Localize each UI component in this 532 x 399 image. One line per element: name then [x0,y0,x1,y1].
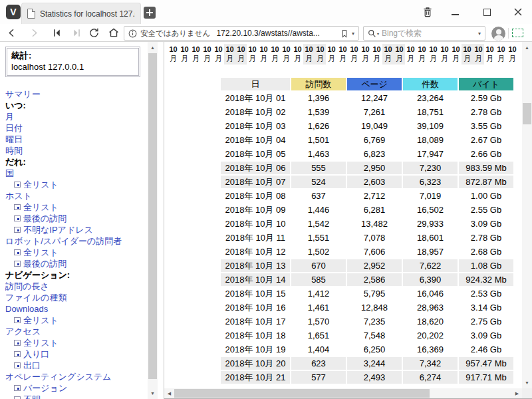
home-button[interactable] [106,26,121,39]
column-header: ページ [347,78,402,90]
profile-avatar[interactable] [491,27,505,41]
sidebar-item-label: 全リスト [23,179,59,191]
scroll-left-icon[interactable]: ◀ [164,388,174,398]
hits-cell: 18,620 [403,315,458,328]
scroll-right-icon[interactable]: ▶ [512,388,522,398]
day-axis-label: 10月 [292,44,303,65]
day-axis-label: 10月 [258,44,269,65]
table-row: 2018年 10月 191,4046,25016,3692.46 Gb [221,343,513,356]
hits-cell: 23,264 [403,92,458,104]
forward-button[interactable] [27,26,41,39]
hits-cell: 18,751 [403,106,458,118]
day-axis-label: 10月 [473,44,484,65]
new-tab-button[interactable] [144,7,156,19]
sidebar-item[interactable]: ロボット/スパイダーの訪問者 [5,235,146,247]
list-bullet-icon [14,249,21,255]
sidebar-item[interactable]: Downloads [5,303,146,315]
scroll-up-icon[interactable]: ▲ [148,43,158,53]
content-hscrollbar[interactable]: ◀ ▶ [164,388,522,398]
date-cell: 2018年 10月 04 [221,134,290,146]
table-row: 2018年 10月 031,62619,04939,1093.55 Gb [221,120,513,132]
tab-statistics[interactable]: Statistics for localhost 127.0 [21,3,141,24]
table-row: 2018年 10月 181,6517,54820,2023.09 Gb [221,329,513,342]
sidebar-item[interactable]: 全リスト [5,201,146,213]
search-icon[interactable] [368,29,376,38]
sidebar-item-label: 訪問の長さ [5,281,49,293]
table-row: 2018年 10月 206233,2447,342957.47 Mb [221,357,513,370]
search-dropdown-caret-icon[interactable]: ▾ [478,31,481,37]
hits-cell: 39,109 [403,120,458,132]
pages-cell: 6,769 [347,134,402,146]
sidebar-item[interactable]: 入り口 [5,348,146,360]
rewind-button[interactable] [49,26,64,39]
capture-page-button[interactable] [512,29,523,37]
sidebar-item[interactable]: 国 [5,168,146,179]
pages-cell: 2,952 [347,259,402,272]
sidebar-scrollbar[interactable]: ▲ ▼ [148,42,158,399]
scroll-down-icon[interactable]: ▼ [148,388,158,398]
hits-cell: 20,202 [403,329,458,342]
sidebar-item-label: 時間 [5,145,23,157]
table-row: 2018年 10月 091,4466,28116,5022.55 Gb [221,203,513,216]
sidebar-menu: サマリーいつ:月日付曜日時間だれ:国全リストホスト全リスト最後の訪問不明なIPア… [5,88,146,399]
sidebar-item[interactable]: 最後の訪問 [5,258,146,269]
sidebar-item[interactable]: 全リスト [5,315,146,326]
sidebar-item[interactable]: 全リスト [5,179,146,190]
minimize-button[interactable] [448,5,462,19]
sidebar-item[interactable]: 全リスト [5,247,146,258]
list-bullet-icon [14,351,21,357]
vivaldi-menu-icon[interactable]: V [6,5,21,19]
sidebar-item[interactable]: サマリー [5,88,146,100]
list-bullet-icon [14,317,21,323]
sidebar-item-label: オペレーティングシステム [5,371,111,383]
sidebar-item[interactable]: オペレーティングシステム [5,371,146,382]
hits-cell: 16,369 [403,343,458,356]
scroll-up-icon[interactable]: ▲ [522,43,532,53]
sidebar-item[interactable]: 訪問の長さ [5,281,146,292]
sidebar-item[interactable]: 不明 [5,394,146,399]
bytes-cell: 3.09 Gb [459,217,513,230]
table-row: 2018年 10月 215772,4936,274917.71 Mb [221,371,513,384]
content-hscrollbar-thumb[interactable] [174,389,430,398]
content-vscrollbar-thumb[interactable] [523,103,531,124]
bookmark-icon[interactable] [340,29,349,39]
trash-closed-tabs-button[interactable] [421,5,434,19]
search-engine-caret-icon[interactable]: ▾ [377,31,379,36]
fast-forward-button[interactable] [69,26,84,39]
avatar-person-icon [496,29,501,35]
sidebar-item[interactable]: 最後の訪問 [5,213,146,224]
visits-cell: 1,463 [291,148,346,160]
content-vscrollbar[interactable]: ▲ ▼ [522,42,532,388]
pages-cell: 6,823 [347,148,402,160]
sidebar-item[interactable]: ホスト [5,190,146,201]
visits-cell: 1,446 [291,203,346,216]
sidebar-item[interactable]: 不明なIPアドレス [5,224,146,235]
day-axis-label: 10月 [235,44,247,65]
close-button[interactable] [511,5,525,19]
tab-bar: V Statistics for localhost 127.0 [0,0,532,24]
sidebar-item[interactable]: アクセス [5,326,146,337]
sidebar-item[interactable]: ファイルの種類 [5,292,146,303]
list-bullet-icon [14,340,21,346]
reload-button[interactable] [86,26,101,39]
sidebar-scrollbar-thumb[interactable] [148,53,157,379]
sidebar-item[interactable]: 出口 [5,360,146,371]
sidebar-item[interactable]: 曜日 [5,134,146,145]
sidebar-item[interactable]: 全リスト [5,337,146,348]
day-axis-label: 10月 [371,44,382,65]
address-bar[interactable]: 安全ではありません 172.20.10.3/awstats//awsta... … [124,26,359,41]
address-dropdown-caret-icon[interactable]: ▾ [352,31,354,37]
sidebar-item[interactable]: バージョン [5,382,146,394]
pages-cell: 13,482 [347,217,402,230]
bytes-cell: 957.47 Mb [459,357,513,370]
bytes-cell: 1.08 Gb [459,259,513,272]
search-bar[interactable]: ▾ Bingで検索 ▾ [363,26,485,41]
sidebar-item[interactable]: 時間 [5,145,146,156]
hits-cell: 7,230 [403,162,458,174]
sidebar-item-label: アクセス [5,326,41,338]
sidebar-item[interactable]: 月 [5,111,146,122]
back-button[interactable] [4,26,19,39]
maximize-button[interactable] [480,5,493,19]
sidebar-item[interactable]: 日付 [5,122,146,134]
scroll-down-icon[interactable]: ▼ [522,378,532,388]
